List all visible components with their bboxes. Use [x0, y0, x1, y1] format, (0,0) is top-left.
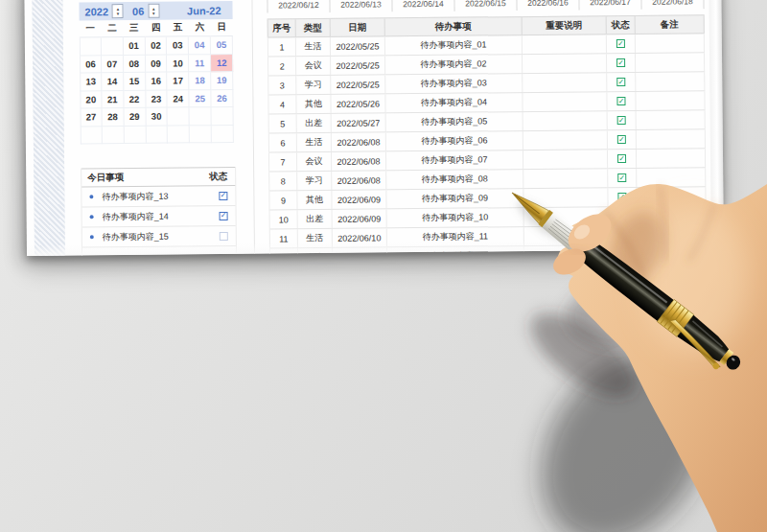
calendar-day[interactable]: 05	[211, 36, 233, 55]
cell-note[interactable]	[523, 54, 607, 73]
cell-remark[interactable]	[636, 34, 705, 53]
cell-item[interactable]: 待办事项内容_05	[386, 112, 523, 131]
cell-status[interactable]: ✓	[608, 130, 637, 149]
calendar-day[interactable]: 01	[124, 37, 146, 56]
column-header-cell[interactable]: 日期	[331, 18, 385, 36]
calendar-day[interactable]: 02	[145, 37, 167, 56]
cell-remark[interactable]	[637, 149, 706, 168]
cell-item[interactable]: 待办事项内容_01	[385, 35, 523, 55]
cell-date[interactable]: 2022/05/25	[331, 36, 385, 56]
checked-checkbox[interactable]: ✓	[618, 250, 627, 256]
cell-note[interactable]	[523, 169, 608, 188]
calendar-day[interactable]: 17	[168, 72, 190, 90]
unchecked-checkbox[interactable]	[220, 231, 228, 240]
cell-type[interactable]: 会议	[298, 248, 333, 256]
cell-remark[interactable]	[636, 53, 705, 72]
checked-checkbox[interactable]: ✓	[616, 58, 625, 67]
cell-date[interactable]: 2022/05/25	[331, 75, 385, 94]
cell-note[interactable]	[523, 92, 607, 111]
cell-type[interactable]: 生活	[297, 133, 332, 151]
cell-date[interactable]: 2022/05/27	[332, 113, 386, 132]
cell-remark[interactable]	[637, 168, 706, 187]
cell-remark[interactable]	[637, 187, 706, 206]
calendar-day[interactable]: 21	[102, 91, 124, 109]
calendar-day[interactable]: 11	[189, 55, 211, 73]
cell-no[interactable]: 6	[268, 133, 297, 151]
calendar-day[interactable]: 08	[124, 55, 146, 73]
cell-remark[interactable]	[638, 244, 707, 256]
calendar-day[interactable]: 14	[102, 73, 124, 91]
cell-type[interactable]: 会议	[296, 57, 331, 75]
cell-status[interactable]: ✓	[607, 92, 636, 110]
cell-remark[interactable]	[637, 129, 706, 149]
calendar-day[interactable]: 24	[168, 90, 190, 108]
cell-item[interactable]: 待办事项内容_09	[386, 189, 523, 208]
cell-remark[interactable]	[638, 206, 707, 225]
week-date-cell[interactable]: 2022/06/13	[329, 0, 391, 12]
cell-note[interactable]	[523, 150, 608, 169]
cell-no[interactable]: 1	[267, 37, 296, 56]
calendar-day[interactable]: 15	[124, 73, 146, 91]
cell-item[interactable]: 待办事项内容_06	[386, 131, 523, 150]
cell-note[interactable]	[524, 207, 609, 226]
cell-status[interactable]: ✓	[609, 207, 638, 225]
cell-date[interactable]: 2022/06/10	[333, 228, 387, 247]
calendar-month-value[interactable]: 06	[132, 5, 144, 16]
checked-checkbox[interactable]: ✓	[618, 212, 627, 220]
cell-item[interactable]: 待办事项内容_04	[385, 93, 523, 112]
cell-no[interactable]: 10	[269, 210, 298, 228]
cell-status[interactable]: ✓	[609, 226, 638, 244]
cell-status[interactable]: ✓	[608, 111, 637, 129]
cell-no[interactable]: 9	[268, 191, 297, 209]
cell-item[interactable]: 待办事项内容_03	[385, 74, 523, 93]
week-date-cell[interactable]: 2022/06/16	[516, 0, 578, 11]
checked-checkbox[interactable]: ✓	[616, 39, 625, 48]
cell-note[interactable]	[524, 226, 609, 245]
calendar-day[interactable]: 18	[189, 72, 211, 90]
column-header-cell[interactable]: 状态	[607, 16, 636, 34]
cell-type[interactable]: 出差	[298, 210, 333, 228]
cell-item[interactable]: 待办事项内容_07	[386, 150, 523, 170]
year-spinner[interactable]: ▴▾	[112, 4, 124, 18]
calendar-day[interactable]: 16	[146, 73, 168, 91]
calendar-day[interactable]: 29	[124, 108, 146, 127]
cell-date[interactable]: 2022/05/26	[331, 94, 385, 113]
cell-date[interactable]: 2022/05/25	[331, 56, 385, 75]
cell-note[interactable]	[523, 111, 608, 130]
week-date-cell[interactable]: 2022/06/18	[640, 0, 704, 10]
checked-checkbox[interactable]: ✓	[617, 154, 626, 163]
calendar-day[interactable]: 06	[80, 56, 102, 74]
cell-item[interactable]: 待办事项内容_02	[385, 55, 523, 74]
checked-checkbox[interactable]: ✓	[617, 116, 626, 125]
cell-type[interactable]: 会议	[297, 152, 332, 171]
checked-checkbox[interactable]: ✓	[617, 135, 626, 144]
checked-checkbox[interactable]: ✓	[617, 193, 626, 201]
cell-note[interactable]	[523, 188, 608, 207]
cell-date[interactable]: 2022/06/08	[332, 132, 386, 151]
cell-date[interactable]: 2022/06/10	[333, 247, 387, 256]
spinner-down-icon[interactable]: ▾	[117, 12, 120, 16]
calendar-day[interactable]: 22	[124, 90, 146, 108]
calendar-day[interactable]: 03	[167, 36, 189, 55]
checked-checkbox[interactable]: ✓	[616, 97, 625, 105]
checked-checkbox[interactable]: ✓	[219, 191, 227, 199]
checked-checkbox[interactable]: ✓	[618, 231, 627, 240]
week-date-cell[interactable]: 2022/06/15	[453, 0, 516, 12]
cell-type[interactable]: 生活	[296, 37, 331, 56]
cell-no[interactable]: 2	[267, 57, 296, 75]
calendar-day-selected[interactable]: 12	[211, 54, 233, 72]
calendar-day[interactable]: 19	[211, 72, 233, 90]
calendar-day[interactable]: 28	[102, 108, 124, 127]
cell-no[interactable]: 4	[267, 95, 296, 113]
cell-no[interactable]: 12	[269, 248, 298, 256]
calendar-year-value[interactable]: 2022	[84, 6, 108, 17]
cell-remark[interactable]	[637, 110, 706, 129]
column-header-cell[interactable]: 备注	[636, 15, 705, 34]
calendar-day[interactable]: 10	[167, 55, 189, 73]
cell-type[interactable]: 其他	[296, 95, 331, 113]
cell-remark[interactable]	[638, 225, 707, 244]
checked-checkbox[interactable]: ✓	[220, 211, 228, 220]
cell-remark[interactable]	[636, 72, 705, 91]
cell-item[interactable]: 待办事项内容_08	[386, 170, 523, 189]
column-header-cell[interactable]: 重要说明	[523, 16, 607, 35]
